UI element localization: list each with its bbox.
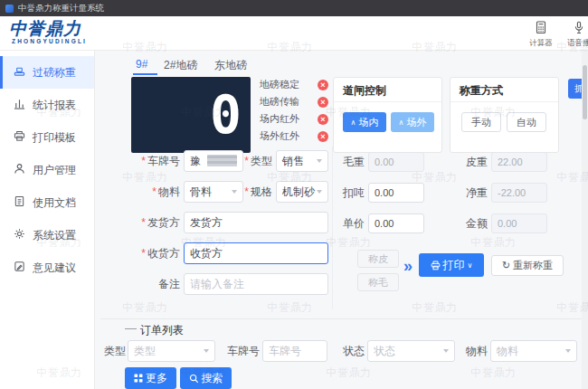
tab-scale-9[interactable]: 9#: [136, 58, 147, 71]
sidebar-item-weighing[interactable]: 过磅称重: [0, 56, 94, 89]
gate-control-panel: 道闸控制 ∧ 场内 ∧ 场外: [333, 77, 442, 153]
chevron-down-icon: [317, 190, 322, 194]
chevron-down-icon: [317, 159, 322, 163]
gross-value: 0.00: [368, 152, 424, 172]
document-icon: [14, 195, 25, 210]
sidebar-item-print-template[interactable]: 打印模板: [0, 121, 94, 154]
net-label: 净重: [460, 182, 488, 204]
divider: [450, 101, 558, 102]
chevron-up-icon: ∧: [399, 119, 404, 127]
vertical-scrollbar[interactable]: [582, 51, 588, 389]
gate-outside-button[interactable]: ∧ 场外: [391, 112, 434, 132]
filter-type-label: 类型: [102, 340, 126, 362]
chevron-down-icon: [565, 349, 571, 353]
receiver-label: *收货方: [124, 242, 180, 264]
remark-label: 备注: [124, 273, 180, 295]
status-infrared-outside: 场外红外 ×: [260, 129, 328, 143]
scrollbar-thumb[interactable]: [583, 65, 587, 119]
sender-input[interactable]: [184, 212, 328, 233]
tare-value: 22.00: [491, 152, 547, 172]
main-content: 9# 2#地磅 东地磅 0 地磅稳定 × 地磅传输 × 场内红外 × 场外红外 …: [95, 51, 588, 389]
calculator-tool[interactable]: 计算器: [525, 21, 557, 49]
sidebar-item-label: 使用文档: [33, 195, 76, 211]
voice-tool[interactable]: 语音播: [563, 21, 588, 49]
type-select[interactable]: 销售: [276, 150, 328, 172]
tab-scale-2[interactable]: 2#地磅: [164, 58, 197, 73]
sidebar-item-label: 意见建议: [33, 261, 76, 276]
search-button[interactable]: 搜索: [180, 367, 232, 389]
refresh-icon: ↻: [502, 260, 510, 271]
filter-plate-input[interactable]: [262, 340, 327, 362]
receiver-input[interactable]: [184, 242, 328, 264]
chevron-up-icon: ∧: [351, 119, 356, 127]
error-circle-x-icon: ×: [318, 131, 328, 142]
double-chevron-icon: »: [403, 257, 412, 276]
filter-type-select[interactable]: 类型: [128, 340, 215, 362]
spec-select[interactable]: 机制砂: [276, 181, 328, 203]
amount-label: 金额: [460, 213, 488, 234]
plate-censor-overlay: [207, 155, 237, 166]
titlebar: 中誉鼎力称重计量系统: [0, 0, 588, 16]
chevron-down-icon: [443, 349, 449, 353]
printer-icon: [14, 130, 25, 145]
error-circle-x-icon: ×: [318, 97, 328, 108]
manual-mode-button[interactable]: 手动: [461, 112, 501, 132]
auto-mode-button[interactable]: 自动: [507, 112, 546, 132]
user-icon: [14, 163, 25, 177]
app-header: 中誉鼎力 ZHONGYUDINGLI 计算器 语音播: [0, 16, 588, 51]
printer-icon: [431, 261, 441, 270]
filter-plate-label: 车牌号: [223, 340, 260, 362]
grid-icon: [134, 374, 143, 383]
edit-icon: [14, 261, 25, 275]
remark-input[interactable]: [184, 273, 328, 295]
weigh-gross-button[interactable]: 称毛: [357, 273, 399, 291]
voice-label: 语音播: [567, 38, 588, 49]
mode-panel-title: 称重方式: [460, 83, 503, 99]
divider: [334, 101, 441, 102]
sidebar-item-docs[interactable]: 使用文档: [0, 186, 94, 219]
orders-divider: [100, 318, 583, 319]
error-circle-x-icon: ×: [318, 80, 328, 90]
caret-down-icon: ∨: [468, 261, 473, 270]
search-icon: [189, 374, 199, 384]
filter-status-select[interactable]: 状态: [367, 340, 455, 362]
tab-scale-east[interactable]: 东地磅: [214, 58, 247, 73]
price-input[interactable]: [368, 213, 424, 233]
column-divider: [332, 147, 333, 309]
sidebar-item-settings[interactable]: 系统设置: [0, 219, 94, 251]
material-select[interactable]: 骨料: [184, 181, 243, 203]
chevron-down-icon: [232, 190, 237, 194]
app-window: 中誉鼎力称重计量系统 中誉鼎力 ZHONGYUDINGLI 计算器: [0, 0, 588, 389]
window-title: 中誉鼎力称重计量系统: [18, 3, 104, 14]
net-value: -22.00: [491, 183, 547, 203]
active-tab-underline: [133, 73, 157, 75]
print-button[interactable]: 打印 ∨: [419, 253, 484, 277]
filter-material-label: 物料: [464, 340, 488, 362]
type-label: *类型: [238, 150, 272, 172]
orders-title-dash: [125, 328, 137, 329]
material-label: *物料: [124, 181, 180, 203]
weight-value: 0: [210, 89, 242, 141]
gate-inside-button[interactable]: ∧ 场内: [343, 112, 386, 132]
sidebar-item-reports[interactable]: 统计报表: [0, 89, 94, 121]
voice-broadcast-icon: [573, 21, 585, 37]
plate-field-wrap: [184, 150, 243, 172]
tare-label: 皮重: [460, 151, 488, 173]
calculator-label: 计算器: [529, 38, 553, 49]
filter-status-label: 状态: [341, 340, 365, 362]
filter-material-select[interactable]: 物料: [490, 340, 577, 362]
sidebar-item-users[interactable]: 用户管理: [0, 154, 94, 186]
deduct-input[interactable]: [368, 183, 424, 203]
reweigh-button[interactable]: ↻ 重新称重: [491, 255, 564, 276]
orders-title: 订单列表: [140, 323, 184, 338]
more-button[interactable]: 更多: [125, 367, 176, 389]
status-scale-transfer: 地磅传输 ×: [260, 95, 328, 109]
app-icon: [5, 5, 14, 13]
deduct-label: 扣吨: [337, 182, 365, 204]
sidebar-item-feedback[interactable]: 意见建议: [0, 251, 94, 284]
plate-label: *车牌号: [124, 150, 180, 172]
weigh-tare-button[interactable]: 称皮: [357, 250, 399, 268]
scale-icon: [14, 65, 25, 80]
status-scale-stable: 地磅稳定 ×: [260, 78, 328, 91]
sender-label: *发货方: [124, 212, 180, 233]
